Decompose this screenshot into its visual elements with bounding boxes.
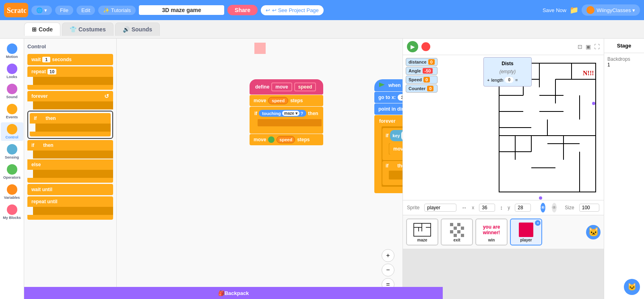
user-menu[interactable]: WiingyClasses ▾ bbox=[582, 4, 640, 16]
toggle-oval[interactable] bbox=[268, 136, 275, 143]
repeat-block[interactable]: repeat 10 bbox=[27, 66, 113, 90]
cat-control[interactable]: Control bbox=[1, 122, 23, 141]
key-pressed-block[interactable]: key w ▾ pressed? bbox=[390, 130, 402, 141]
wait-until-diamond bbox=[53, 186, 61, 194]
tab-sounds[interactable]: 🔊 Sounds bbox=[115, 23, 160, 36]
see-project-button[interactable]: ↩ ↩ See Project Page bbox=[261, 5, 324, 15]
refresh-icon: ↩ bbox=[266, 7, 270, 13]
shrink-stage-btn[interactable]: ⊡ bbox=[578, 43, 582, 50]
script-area[interactable]: define move speed move speed steps if to… bbox=[117, 39, 402, 299]
file-menu[interactable]: File bbox=[55, 6, 73, 15]
backpack-bar[interactable]: 🎒 Backpack bbox=[24, 287, 443, 299]
goto-xy-block[interactable]: go to x: 36 y: 28 bbox=[374, 92, 402, 103]
stop-button[interactable] bbox=[421, 42, 430, 51]
condition-placeholder bbox=[389, 162, 397, 170]
x-coord-input[interactable] bbox=[479, 204, 495, 212]
forever-label: forever bbox=[376, 117, 402, 126]
globe-button[interactable]: 🌐 ▾ bbox=[31, 6, 52, 15]
move-neg-speed-steps-block[interactable]: move speed steps bbox=[250, 134, 323, 145]
tab-costumes[interactable]: 👕 Costumes bbox=[62, 23, 114, 36]
myblocks-dot bbox=[7, 204, 17, 215]
zoom-in-button[interactable]: + bbox=[382, 249, 394, 262]
hide-eye-button[interactable]: 👁 bbox=[552, 203, 557, 212]
sprite-label: Sprite bbox=[407, 205, 419, 210]
if-block2[interactable]: if then bbox=[382, 161, 402, 185]
normal-stage-btn[interactable]: ▣ bbox=[586, 43, 591, 50]
dists-empty: (empty) bbox=[487, 69, 528, 74]
if-then-block-selected[interactable]: if then bbox=[27, 111, 113, 139]
maze-sprite-img bbox=[412, 222, 432, 238]
svg-rect-27 bbox=[413, 223, 431, 237]
cat-motion-label: Motion bbox=[6, 55, 18, 59]
dists-popup: Dists (empty) + length 0 = bbox=[483, 57, 532, 87]
key-dropdown[interactable]: w ▾ bbox=[401, 131, 402, 140]
point-direction-block[interactable]: point in direction 0 bbox=[374, 103, 402, 115]
add-sprite-button[interactable]: 🐱 bbox=[586, 225, 601, 239]
forever-outer-block[interactable]: forever if key w ▾ pressed? then bbox=[374, 115, 402, 193]
tab-code[interactable]: ⊞ Code bbox=[24, 23, 60, 36]
tutorials-button[interactable]: ✨ Tutorials bbox=[98, 6, 136, 15]
cat-looks[interactable]: Looks bbox=[1, 62, 23, 80]
cat-looks-label: Looks bbox=[6, 75, 17, 79]
x-arrow-icon: ↔ bbox=[461, 204, 467, 211]
fullscreen-btn[interactable]: ⛶ bbox=[594, 43, 600, 50]
cat-variables[interactable]: Variables bbox=[1, 183, 23, 201]
sprite-thumb-player[interactable]: ✕ player bbox=[510, 219, 542, 245]
cat-operators[interactable]: Operators bbox=[1, 163, 23, 181]
sprite-name-input[interactable] bbox=[424, 204, 456, 212]
move-speed-steps-block[interactable]: move speed steps bbox=[250, 95, 323, 106]
svg-point-24 bbox=[592, 102, 595, 105]
if-block2-footer bbox=[383, 180, 402, 184]
move-speed-inner-block[interactable]: move Speed bbox=[389, 143, 402, 155]
cat-myblocks[interactable]: My Blocks bbox=[1, 203, 23, 221]
scratch-logo[interactable]: Scratch bbox=[4, 3, 28, 17]
wait-block[interactable]: wait 1 seconds bbox=[27, 54, 113, 65]
sprite-thumb-exit[interactable]: exit bbox=[441, 219, 473, 245]
repeat-until-block[interactable]: repeat until bbox=[27, 196, 113, 220]
size-input[interactable] bbox=[579, 204, 599, 212]
blocks-panel: Control wait 1 seconds repeat 10 forever… bbox=[24, 39, 117, 299]
wait-val[interactable]: 1 bbox=[42, 57, 50, 62]
distance-value: 0 bbox=[428, 59, 435, 65]
looks-dot bbox=[7, 64, 17, 74]
edit-menu[interactable]: Edit bbox=[76, 6, 95, 15]
wait-until-block[interactable]: wait until bbox=[27, 184, 113, 195]
sprite-info-bar: Sprite ↔ x ↕ y 👁 👁 Size Direction bbox=[403, 200, 604, 215]
zoom-out-button[interactable]: − bbox=[382, 264, 394, 276]
zoom-controls: + − = bbox=[382, 249, 394, 291]
maze-dropdown[interactable]: maze ▾ bbox=[282, 111, 299, 116]
sprite-thumb-win[interactable]: you arewinner! win bbox=[475, 219, 508, 245]
cat-events[interactable]: Events bbox=[1, 102, 23, 121]
player-sprite-label: player bbox=[520, 238, 532, 242]
x-input[interactable]: 36 bbox=[398, 94, 402, 101]
svg-text:N!!!: N!!! bbox=[583, 70, 594, 76]
save-now-button[interactable]: Save Now bbox=[543, 7, 566, 13]
green-flag-button[interactable]: ▶ bbox=[407, 41, 418, 52]
show-eye-button[interactable]: 👁 bbox=[541, 203, 545, 212]
define-block[interactable]: define move speed bbox=[250, 79, 323, 95]
delete-player-icon[interactable]: ✕ bbox=[535, 220, 541, 226]
y-coord-input[interactable] bbox=[515, 204, 531, 212]
cat-control-label: Control bbox=[6, 135, 19, 139]
if-block2-body bbox=[389, 171, 402, 179]
forever-block[interactable]: forever ↺ bbox=[27, 91, 113, 109]
counter-var-display: Counter 0 bbox=[406, 85, 438, 93]
backdrops-info: Backdrops 1 bbox=[604, 53, 644, 71]
speed-label: Speed bbox=[409, 77, 422, 82]
project-name-input[interactable] bbox=[139, 5, 224, 15]
folder-button[interactable]: 📁 bbox=[570, 6, 578, 14]
if-key-block[interactable]: if key w ▾ pressed? then move Speed bbox=[382, 128, 402, 160]
cat-sound[interactable]: Sound bbox=[1, 82, 23, 101]
stage-add-button[interactable]: 🐱 bbox=[624, 279, 640, 295]
share-button[interactable]: Share bbox=[227, 5, 258, 15]
cat-motion[interactable]: Motion bbox=[1, 42, 23, 60]
cat-sensing[interactable]: Sensing bbox=[1, 142, 23, 161]
y-arrow-icon: ↕ bbox=[500, 204, 503, 211]
when-flag-clicked[interactable]: when clicked bbox=[374, 79, 402, 91]
win-sprite-label: win bbox=[488, 238, 495, 242]
sprite-thumb-maze[interactable]: maze bbox=[406, 219, 438, 245]
touching-block[interactable]: touching maze ▾ ? bbox=[259, 110, 306, 117]
repeat-until-diamond bbox=[58, 198, 66, 206]
if-touching-block[interactable]: if touching maze ▾ ? then bbox=[250, 107, 323, 134]
if-then-else-block[interactable]: if then else bbox=[27, 140, 113, 183]
